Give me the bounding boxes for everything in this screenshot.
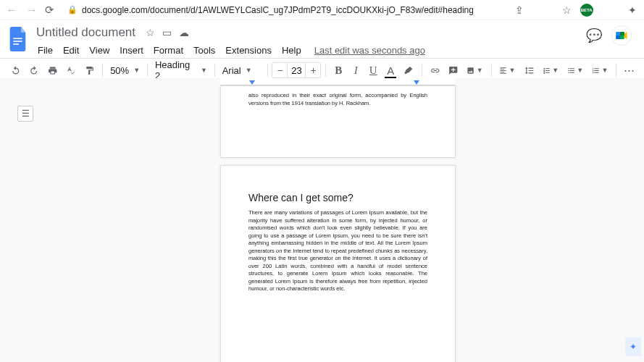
menu-bar: File Edit View Insert Format Tools Exten… bbox=[33, 43, 586, 58]
font-size-increase[interactable]: + bbox=[306, 64, 320, 76]
menu-view[interactable]: View bbox=[85, 43, 114, 58]
italic-button[interactable]: I bbox=[348, 62, 364, 80]
more-icon[interactable]: ⋯ bbox=[621, 61, 637, 80]
star-document-icon[interactable]: ☆ bbox=[146, 27, 155, 38]
menu-help[interactable]: Help bbox=[277, 43, 306, 58]
comments-icon[interactable]: 💬 bbox=[586, 28, 602, 43]
text-color-button[interactable]: A bbox=[382, 62, 398, 80]
line-spacing-icon[interactable] bbox=[521, 62, 538, 80]
svg-rect-1 bbox=[13, 41, 22, 42]
extensions-icon[interactable]: ✦ bbox=[625, 4, 640, 16]
font-size-value[interactable]: 23 bbox=[287, 63, 306, 77]
align-icon[interactable]: ▼ bbox=[495, 62, 519, 80]
page-1[interactable]: also reproduced in their exact original … bbox=[220, 85, 456, 158]
reload-icon[interactable]: ⟳ bbox=[45, 4, 54, 17]
page2-body[interactable]: There are many variations of passages of… bbox=[248, 209, 427, 293]
checklist-icon[interactable]: ▼ bbox=[539, 62, 562, 80]
undo-icon[interactable] bbox=[7, 62, 24, 80]
font-size-control: − 23 + bbox=[272, 62, 321, 78]
document-title[interactable]: Untitled document bbox=[33, 25, 138, 41]
url-text: docs.google.com/document/d/1AWLWEYLCaslC… bbox=[82, 5, 473, 15]
menu-insert[interactable]: Insert bbox=[115, 43, 148, 58]
page-2[interactable]: Where can I get some? There are many var… bbox=[220, 165, 456, 362]
move-document-icon[interactable]: ▭ bbox=[162, 27, 172, 38]
menu-extensions[interactable]: Extensions bbox=[221, 43, 276, 58]
spellcheck-icon[interactable] bbox=[62, 62, 79, 80]
ruler[interactable] bbox=[220, 78, 456, 85]
numbered-list-icon[interactable]: ▼ bbox=[588, 62, 611, 80]
highlight-icon[interactable] bbox=[400, 62, 417, 80]
forward-icon: → bbox=[25, 4, 39, 17]
print-icon[interactable] bbox=[44, 62, 61, 80]
insert-link-icon[interactable] bbox=[427, 62, 443, 80]
bold-button[interactable]: B bbox=[330, 62, 346, 80]
page2-heading[interactable]: Where can I get some? bbox=[248, 192, 427, 203]
cloud-status-icon[interactable]: ☁ bbox=[179, 27, 189, 38]
last-edit-link[interactable]: Last edit was seconds ago bbox=[314, 45, 425, 56]
docs-header: Untitled document ☆ ▭ ☁ File Edit View I… bbox=[0, 20, 644, 58]
explore-button[interactable]: ✦ bbox=[625, 337, 641, 356]
share-icon[interactable]: ⇪ bbox=[512, 4, 527, 16]
paint-format-icon[interactable] bbox=[81, 62, 98, 80]
menu-tools[interactable]: Tools bbox=[189, 43, 219, 58]
zoom-dropdown[interactable]: 50%▼ bbox=[107, 64, 143, 77]
docs-logo[interactable] bbox=[7, 25, 30, 54]
menu-file[interactable]: File bbox=[33, 43, 57, 58]
svg-rect-2 bbox=[13, 43, 19, 45]
add-comment-icon[interactable] bbox=[445, 62, 461, 80]
font-size-decrease[interactable]: − bbox=[272, 64, 287, 76]
lock-icon: 🔒 bbox=[67, 5, 78, 14]
page1-body[interactable]: also reproduced in their exact original … bbox=[248, 92, 427, 107]
meet-icon[interactable] bbox=[611, 25, 632, 46]
bulleted-list-icon[interactable]: ▼ bbox=[564, 62, 587, 80]
insert-image-icon[interactable]: ▼ bbox=[463, 62, 486, 80]
font-dropdown[interactable]: Arial▼ bbox=[219, 64, 263, 77]
svg-rect-0 bbox=[13, 38, 22, 39]
url-bar[interactable]: 🔒 docs.google.com/document/d/1AWLWEYLCas… bbox=[60, 2, 480, 18]
star-icon[interactable]: ☆ bbox=[559, 4, 574, 16]
outline-toggle-icon[interactable]: ☰ bbox=[17, 106, 33, 122]
menu-format[interactable]: Format bbox=[149, 43, 188, 58]
browser-toolbar: ← → ⟳ 🔒 docs.google.com/document/d/1AWLW… bbox=[0, 0, 644, 20]
back-icon: ← bbox=[4, 4, 19, 17]
underline-button[interactable]: U bbox=[365, 62, 381, 80]
extension-beta-icon[interactable]: BETA bbox=[580, 4, 593, 17]
redo-icon[interactable] bbox=[25, 62, 42, 80]
menu-edit[interactable]: Edit bbox=[59, 43, 83, 58]
document-canvas: ☰ also reproduced in their exact origina… bbox=[0, 78, 644, 362]
